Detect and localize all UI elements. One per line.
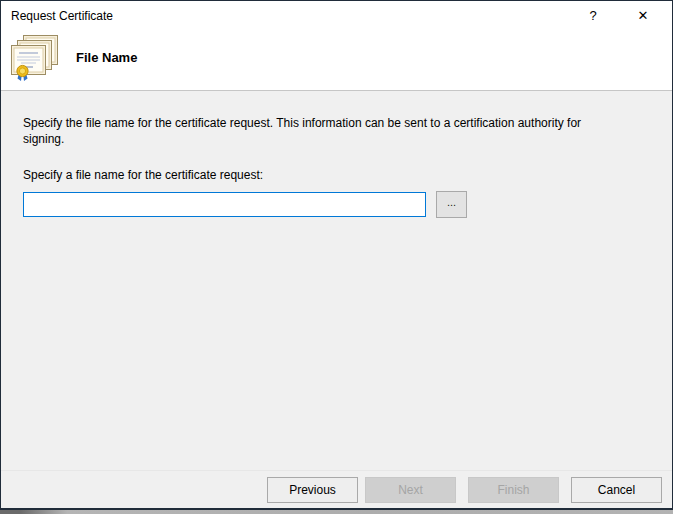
request-certificate-dialog: Request Certificate ? ✕: [0, 0, 673, 510]
finish-button: Finish: [468, 477, 559, 503]
page-title: File Name: [76, 50, 137, 65]
window-title: Request Certificate: [1, 9, 113, 23]
help-icon[interactable]: ?: [576, 1, 610, 30]
close-icon[interactable]: ✕: [626, 1, 660, 30]
next-button: Next: [365, 477, 456, 503]
title-bar: Request Certificate ? ✕: [1, 1, 672, 30]
wizard-content: Specify the file name for the certificat…: [1, 91, 672, 470]
file-name-input[interactable]: [23, 192, 426, 217]
file-name-label: Specify a file name for the certificate …: [23, 168, 636, 182]
wizard-footer: Previous Next Finish Cancel: [1, 470, 672, 508]
file-name-row: ...: [23, 191, 636, 218]
background-window-strip: [0, 510, 673, 514]
previous-button[interactable]: Previous: [267, 477, 358, 503]
certificates-icon: [11, 33, 59, 83]
browse-button[interactable]: ...: [436, 191, 467, 218]
description-text: Specify the file name for the certificat…: [23, 115, 601, 147]
wizard-header: File Name: [1, 30, 672, 91]
cancel-button[interactable]: Cancel: [571, 477, 662, 503]
